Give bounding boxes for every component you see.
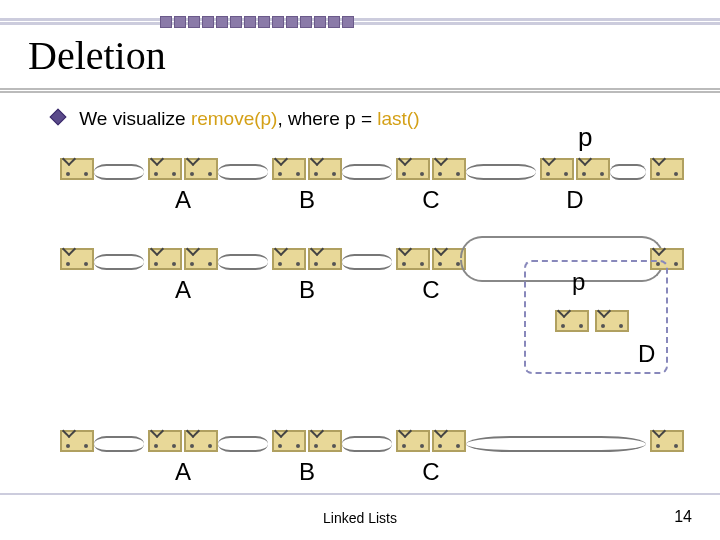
- slide-accent: [0, 18, 720, 24]
- detached-D-node: [555, 310, 629, 336]
- label-B: B: [272, 458, 342, 486]
- label-B: B: [272, 186, 342, 214]
- node-C-right: [432, 158, 466, 180]
- node-B-left: [272, 248, 306, 270]
- node-A-right: [184, 248, 218, 270]
- bullet-remove: remove(p): [191, 108, 278, 129]
- pointer-p-label-stage2: p: [572, 268, 585, 296]
- label-C: C: [396, 186, 466, 214]
- node-B-right: [308, 430, 342, 452]
- trailer-node: [650, 430, 684, 452]
- header-node: [60, 248, 94, 270]
- node-B-right: [308, 248, 342, 270]
- node-D-right: [576, 158, 610, 180]
- page-number: 14: [674, 508, 692, 526]
- bullet-line: We visualize remove(p), where p = last(): [52, 108, 420, 130]
- node-B-right: [308, 158, 342, 180]
- footer-divider: [0, 493, 720, 495]
- node-A-right: [184, 430, 218, 452]
- node-C-left: [396, 158, 430, 180]
- node-A-left: [148, 158, 182, 180]
- label-C: C: [396, 276, 466, 304]
- slide-title: Deletion: [28, 32, 166, 79]
- node-C-right: [432, 430, 466, 452]
- bypass-arc-top: [460, 236, 664, 258]
- node-A-left: [148, 430, 182, 452]
- header-node: [60, 158, 94, 180]
- bullet-mid: , where p =: [277, 108, 377, 129]
- node-B-left: [272, 158, 306, 180]
- bullet-prefix: We visualize: [79, 108, 191, 129]
- node-C-left: [396, 248, 430, 270]
- bullet-last: last(): [377, 108, 419, 129]
- diamond-bullet-icon: [50, 109, 67, 126]
- node-A-right: [184, 158, 218, 180]
- footer-text: Linked Lists: [0, 510, 720, 526]
- label-D: D: [540, 186, 610, 214]
- label-B: B: [272, 276, 342, 304]
- label-A: A: [148, 276, 218, 304]
- node-A-left: [148, 248, 182, 270]
- trailer-node: [650, 158, 684, 180]
- node-C-left: [396, 430, 430, 452]
- node-D-left: [540, 158, 574, 180]
- header-node: [60, 430, 94, 452]
- pointer-p-label-stage1: p: [578, 122, 592, 153]
- label-D-detached: D: [638, 340, 655, 368]
- label-A: A: [148, 458, 218, 486]
- node-B-left: [272, 430, 306, 452]
- label-A: A: [148, 186, 218, 214]
- label-C: C: [396, 458, 466, 486]
- title-underline: [0, 88, 720, 94]
